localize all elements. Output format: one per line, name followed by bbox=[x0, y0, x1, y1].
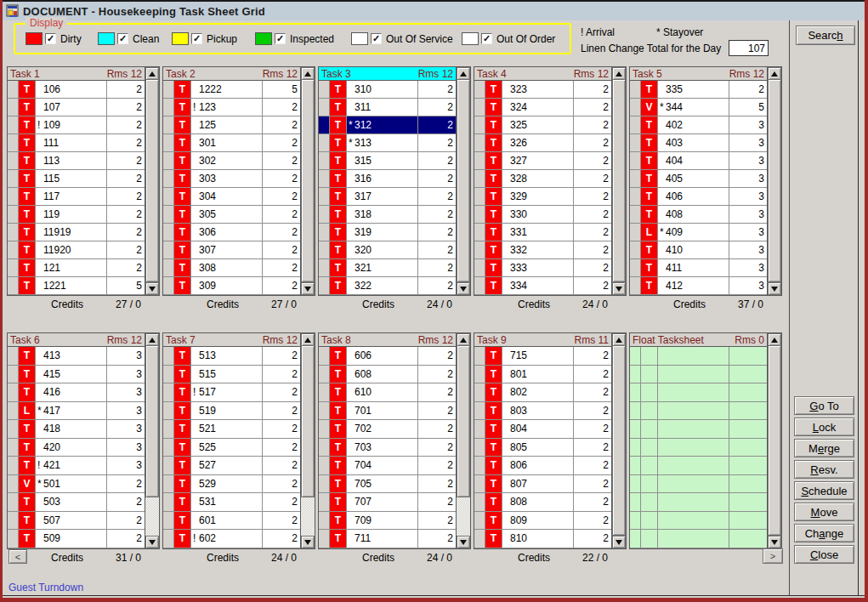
task-row[interactable]: T 701 2 bbox=[319, 402, 456, 421]
task-row[interactable]: T 309 2 bbox=[163, 277, 300, 295]
schedule-button[interactable]: Schedule bbox=[794, 481, 854, 500]
task-row[interactable]: T 1221 5 bbox=[8, 277, 145, 295]
pickup-checkbox[interactable] bbox=[191, 33, 202, 44]
task-row[interactable]: T 324 2 bbox=[474, 99, 611, 116]
task-row[interactable]: T 529 2 bbox=[163, 475, 300, 494]
task-row[interactable]: T 303 2 bbox=[163, 170, 300, 188]
scroll-down-button[interactable] bbox=[145, 282, 159, 295]
task-row[interactable]: T 805 2 bbox=[474, 439, 611, 457]
task-row[interactable]: T 322 2 bbox=[319, 277, 456, 295]
task-row[interactable]: T 311 2 bbox=[319, 99, 456, 116]
task-row[interactable] bbox=[630, 493, 767, 512]
scroll-down-button[interactable] bbox=[145, 536, 159, 548]
task-row[interactable]: T 503 2 bbox=[8, 493, 145, 512]
task-row[interactable]: T 420 3 bbox=[8, 439, 145, 457]
scrollbar-track[interactable] bbox=[145, 497, 159, 536]
task-row[interactable]: T 715 2 bbox=[474, 347, 611, 366]
task-row[interactable]: T 601 2 bbox=[163, 512, 300, 531]
scroll-down-button[interactable] bbox=[612, 282, 626, 295]
task-row[interactable]: T 803 2 bbox=[474, 402, 611, 421]
task-row[interactable] bbox=[630, 475, 767, 494]
task-row[interactable]: T 121 2 bbox=[8, 259, 145, 277]
task-row[interactable]: T 323 2 bbox=[474, 81, 611, 99]
task-row[interactable]: T 334 2 bbox=[474, 277, 611, 295]
task-row[interactable]: T 509 2 bbox=[8, 530, 145, 548]
scrollbar[interactable] bbox=[145, 67, 159, 295]
task-row[interactable]: T 525 2 bbox=[163, 439, 300, 457]
scroll-up-button[interactable] bbox=[301, 333, 315, 346]
task-row[interactable]: T 711 2 bbox=[319, 530, 456, 548]
task-row[interactable]: T 808 2 bbox=[474, 493, 611, 512]
search-button[interactable]: Search bbox=[796, 26, 855, 45]
task-row[interactable]: L *409 3 bbox=[630, 224, 767, 241]
task-row[interactable]: T 111 2 bbox=[8, 134, 145, 152]
task-row[interactable]: T 317 2 bbox=[319, 188, 456, 206]
task-row[interactable]: T 326 2 bbox=[474, 134, 611, 152]
task-row[interactable]: T 11919 2 bbox=[8, 224, 145, 241]
task-row[interactable]: T 119 2 bbox=[8, 206, 145, 224]
task-row[interactable]: T 802 2 bbox=[474, 383, 611, 402]
task-row[interactable] bbox=[630, 548, 767, 549]
task-row[interactable]: T 310 2 bbox=[319, 81, 456, 99]
task-row[interactable]: V *344 5 bbox=[630, 99, 767, 116]
task-row[interactable]: T 125 2 bbox=[163, 116, 300, 134]
task-row[interactable]: T 513 2 bbox=[163, 347, 300, 366]
task-row[interactable]: T 402 3 bbox=[630, 116, 767, 134]
scrollbar[interactable] bbox=[456, 333, 470, 548]
task-row[interactable] bbox=[630, 420, 767, 439]
task-row[interactable]: T 117 2 bbox=[8, 188, 145, 206]
task-row[interactable]: T !517 2 bbox=[163, 383, 300, 402]
task-row[interactable]: T 316 2 bbox=[319, 170, 456, 188]
task-row[interactable]: T 807 2 bbox=[474, 475, 611, 494]
merge-button[interactable]: Merge bbox=[794, 439, 854, 457]
task-row[interactable]: L *417 3 bbox=[8, 402, 145, 421]
task-row[interactable]: T 405 3 bbox=[630, 170, 767, 188]
task-row[interactable]: T 319 2 bbox=[319, 224, 456, 241]
scroll-down-button[interactable] bbox=[301, 536, 315, 548]
inspected-checkbox[interactable] bbox=[275, 33, 286, 44]
scrollbar-thumb[interactable] bbox=[612, 80, 626, 282]
task-row[interactable]: T 331 2 bbox=[474, 224, 611, 241]
task-row[interactable]: T 606 2 bbox=[319, 347, 456, 366]
task-row[interactable]: T *313 2 bbox=[319, 134, 456, 152]
task-row[interactable] bbox=[630, 347, 767, 366]
task-row[interactable]: T 113 2 bbox=[8, 152, 145, 170]
task-row[interactable]: T 115 2 bbox=[8, 170, 145, 188]
task-row[interactable]: T !123 2 bbox=[163, 99, 300, 116]
task-row[interactable]: T 302 2 bbox=[163, 152, 300, 170]
scroll-up-button[interactable] bbox=[612, 333, 626, 346]
scrollbar-thumb[interactable] bbox=[301, 80, 315, 282]
title-bar[interactable]: DOCUMENT - Housekeeping Task Sheet Grid bbox=[3, 2, 865, 20]
task-row[interactable]: T 418 3 bbox=[8, 420, 145, 439]
task-row[interactable]: T 810 2 bbox=[474, 530, 611, 548]
task-row[interactable]: T 709 2 bbox=[319, 512, 456, 531]
task-row[interactable]: T 703 2 bbox=[319, 439, 456, 457]
scroll-down-button[interactable] bbox=[457, 282, 470, 295]
task-row[interactable]: T 415 3 bbox=[8, 366, 145, 384]
task-row[interactable]: T !602 2 bbox=[163, 530, 300, 548]
scrollbar[interactable] bbox=[611, 333, 626, 548]
task-row[interactable]: T 519 2 bbox=[163, 402, 300, 421]
task-row[interactable]: T 332 2 bbox=[474, 241, 611, 259]
task-row[interactable]: T 301 2 bbox=[163, 134, 300, 152]
guest-turndown-link[interactable]: Guest Turndown bbox=[9, 582, 83, 593]
scrollbar[interactable] bbox=[767, 67, 781, 295]
out-of-order-checkbox[interactable] bbox=[481, 33, 492, 44]
task-row[interactable]: T 107 2 bbox=[8, 99, 145, 116]
task-row[interactable]: T 327 2 bbox=[474, 152, 611, 170]
scroll-down-button[interactable] bbox=[768, 536, 781, 548]
scrollbar-thumb[interactable] bbox=[768, 80, 781, 282]
task-row[interactable]: V *501 2 bbox=[8, 475, 145, 494]
scroll-up-button[interactable] bbox=[145, 67, 159, 80]
task-row[interactable]: T 507 2 bbox=[8, 512, 145, 531]
task-row[interactable]: T 11920 2 bbox=[8, 241, 145, 259]
task-row[interactable]: T 416 3 bbox=[8, 383, 145, 402]
scrollbar-thumb[interactable] bbox=[145, 346, 159, 497]
scrollbar-thumb[interactable] bbox=[612, 346, 626, 536]
scrollbar-thumb[interactable] bbox=[301, 346, 315, 497]
task-row[interactable]: T 801 2 bbox=[474, 366, 611, 384]
task-row[interactable]: T 330 2 bbox=[474, 206, 611, 224]
change-button[interactable]: Change bbox=[794, 524, 854, 542]
task-row[interactable]: T 308 2 bbox=[163, 259, 300, 277]
task-row[interactable]: T !421 3 bbox=[8, 457, 145, 475]
